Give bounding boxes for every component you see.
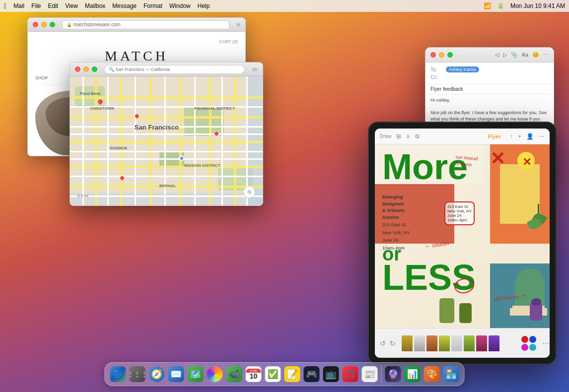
dock-appletv[interactable]: 📺 — [322, 365, 340, 383]
menu-help[interactable]: Help — [198, 2, 210, 9]
maps-search-bar[interactable]: 🔍 San Francisco — California — [104, 65, 245, 74]
menu-edit[interactable]: Edit — [48, 2, 58, 9]
dock-maps[interactable]: 🗺️ — [187, 365, 205, 383]
minimize-button[interactable] — [41, 22, 47, 27]
menu-file[interactable]: File — [31, 2, 41, 9]
undo-icon[interactable]: ↺ — [380, 339, 386, 347]
marker-tool-2[interactable] — [439, 335, 450, 351]
annotation-x-ipad: ✕ — [490, 148, 505, 169]
menu-mailbox[interactable]: Mailbox — [85, 2, 105, 9]
dock-divider — [381, 365, 382, 383]
cc-label: Cc: — [430, 74, 443, 80]
ipad-share-icon[interactable]: ↑ — [510, 133, 513, 140]
eraser-tool[interactable] — [451, 335, 462, 351]
mail-attach-icon[interactable]: 📎 — [511, 52, 518, 58]
redo-icon[interactable]: ↻ — [390, 339, 396, 347]
plant-right — [531, 204, 546, 229]
annotation-x-mail: ✕ — [522, 156, 531, 169]
mail-send-icon[interactable]: ▷ — [503, 52, 507, 58]
compass[interactable]: N — [243, 186, 255, 198]
dock-numbers[interactable]: 📊 — [404, 365, 422, 383]
brush-tool[interactable] — [489, 335, 499, 351]
maps-titlebar: 🔍 San Francisco — California 3D — [70, 63, 263, 76]
ipad-flyer-more: More — [382, 152, 468, 182]
dock-keynote[interactable]: 🎨 — [423, 365, 441, 383]
ruler-tool[interactable] — [464, 335, 475, 351]
dock-mail[interactable]: ✉️ — [167, 365, 185, 383]
mail-minimize[interactable] — [439, 52, 444, 58]
address-circle: 315 East St,New York, NYJune 2410am–6pm — [444, 201, 475, 225]
ipad-settings-icon[interactable]: ⚙ — [415, 133, 420, 140]
maps-location: San Francisco — California — [116, 67, 170, 72]
menu-window[interactable]: Window — [169, 2, 191, 9]
dock-calendar[interactable]: JUNE 10 — [245, 365, 263, 383]
battery-icon: 🔋 — [497, 2, 504, 9]
color-teal[interactable] — [529, 344, 536, 351]
mail-maximize[interactable] — [447, 52, 453, 58]
ipad-grid-icon[interactable]: ⊞ — [396, 133, 401, 140]
neighborhood-3: NOEMOE — [110, 146, 128, 150]
mail-more-icon[interactable]: ⋯ — [543, 52, 549, 58]
map-pin-current — [179, 156, 184, 161]
mail-subject[interactable]: Flyer feedback — [426, 84, 554, 94]
url-bar[interactable]: 🔒 matchstoneware.com — [62, 20, 229, 29]
maximize-button[interactable] — [50, 22, 55, 27]
maps-window: 🔍 San Francisco — California 3D — [70, 62, 263, 206]
marker-tool-1[interactable] — [427, 335, 437, 351]
close-button[interactable] — [33, 22, 38, 27]
neighborhood-6: CHINATOWN — [90, 106, 114, 111]
crayon-tool[interactable] — [476, 335, 487, 351]
dock-news[interactable]: 📰 — [361, 365, 379, 383]
ipad-app-bar: Draw ⊞ ≡ ⚙ Flyer ↑ + 👤 ⋯ — [375, 129, 550, 144]
drawing-tools — [400, 335, 501, 351]
maps-close[interactable] — [75, 66, 80, 72]
color-dark-blue[interactable] — [529, 336, 536, 343]
color-purple[interactable] — [521, 344, 528, 351]
menu-mail[interactable]: Mail — [13, 2, 24, 9]
ipad-list-icon[interactable]: ≡ — [406, 133, 410, 140]
dock-arcade[interactable]: 🎮 — [303, 365, 321, 383]
ipad-more-icon[interactable]: ⋯ — [539, 133, 545, 140]
dock-facetime[interactable]: 📹 — [225, 365, 243, 383]
dock-reminders[interactable]: ✅ — [264, 365, 282, 383]
map-city-label: San Francisco — [135, 124, 179, 131]
color-cluster — [521, 336, 536, 351]
mail-recipient[interactable]: Ashley Kamio — [446, 66, 479, 72]
ipad-event-info: Emerging Designers & Artisans Auction 31… — [382, 194, 410, 252]
menu-view[interactable]: View — [65, 2, 78, 9]
more-colors-icon[interactable]: ⋯ — [542, 339, 549, 347]
menu-message[interactable]: Message — [112, 2, 137, 9]
maps-maximize[interactable] — [92, 66, 97, 72]
desktop:  Mail File Edit View Mailbox Message Fo… — [0, 0, 569, 392]
ipad-doc-title: Flyer — [488, 133, 501, 139]
color-red[interactable] — [521, 336, 528, 343]
wifi-icon: 📶 — [484, 2, 491, 9]
neighborhood-4: MISSION DISTRICT — [184, 163, 220, 168]
ipad-flyer-content: ✕ More Emerging Designers & Artisans Auc… — [375, 144, 550, 328]
dock-appstore[interactable]: 🏪 — [442, 365, 460, 383]
maps-minimize[interactable] — [83, 66, 89, 72]
menu-format[interactable]: Format — [143, 2, 162, 9]
ipad-people-icon[interactable]: 👤 — [526, 133, 534, 140]
dock-music[interactable]: 🎵 — [342, 365, 359, 383]
dock-finder[interactable]: 🔵 — [109, 365, 127, 383]
mail-format-icon[interactable]: Aa — [522, 52, 528, 58]
mail-close[interactable] — [430, 52, 436, 58]
maps-content: San Francisco N 0.5 mi Food Bank FINANCI… — [70, 76, 263, 205]
mail-emoji-icon[interactable]: 😊 — [532, 52, 539, 58]
dock-notes[interactable]: 📝 — [284, 365, 301, 383]
mail-back-icon[interactable]: ◁ — [495, 52, 499, 58]
dock-siri[interactable]: 🔮 — [384, 365, 402, 383]
neighborhood-1: Food Bank — [80, 91, 100, 96]
dock-safari[interactable]: 🧭 — [148, 365, 166, 383]
menubar-status: 📶 🔋 Mon Jun 10 9:41 AM — [484, 2, 565, 9]
pen-tool[interactable] — [414, 335, 425, 351]
pencil-tool[interactable] — [402, 335, 413, 351]
dock-launchpad[interactable]: ⋮⋮⋮ — [129, 365, 146, 383]
maps-3d-button[interactable]: 3D — [252, 67, 258, 72]
apple-menu[interactable]:  — [4, 2, 6, 10]
dock-photos[interactable] — [206, 365, 224, 383]
vase-decoration — [530, 301, 542, 321]
cart-label[interactable]: CART (3) — [219, 39, 238, 44]
ipad-add-icon[interactable]: + — [518, 133, 521, 140]
